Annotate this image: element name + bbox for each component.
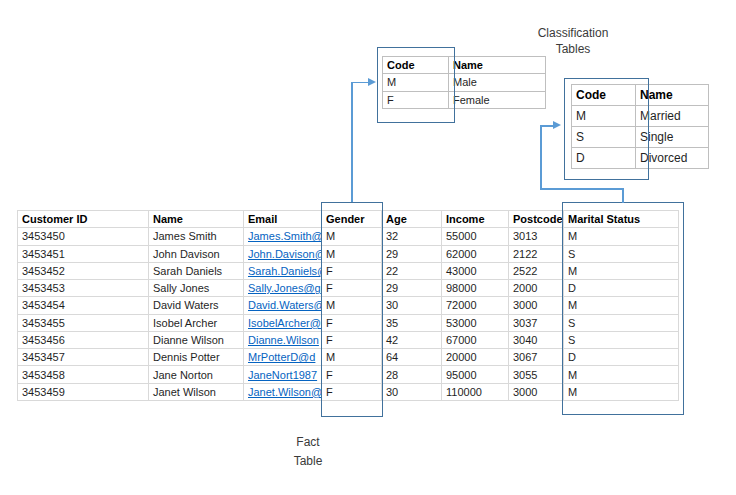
- fact-table-cell: 3055: [509, 366, 564, 383]
- fact-table-column-header: Age: [382, 211, 442, 228]
- fact-table-cell: 29: [382, 280, 442, 297]
- classification-tables-label: Classification Tables: [520, 25, 626, 57]
- gender-connector-vertical-line: [351, 82, 353, 202]
- fact-label-line2: Table: [258, 452, 358, 471]
- fact-table-column-header: Customer ID: [18, 211, 149, 228]
- fact-table-cell: Dianne Wilson: [149, 331, 244, 348]
- fact-table-column-header: Name: [149, 211, 244, 228]
- fact-table-cell: 3453457: [18, 349, 149, 366]
- gender-table-highlight-box: [377, 47, 455, 123]
- classification-label-line2: Tables: [520, 41, 626, 57]
- email-cell: Sarah.Daniels@: [244, 262, 322, 279]
- fact-table-column-header: Income: [442, 211, 509, 228]
- fact-table-cell: 3000: [509, 383, 564, 400]
- fact-table-cell: 43000: [442, 262, 509, 279]
- fact-table-cell: 3453450: [18, 228, 149, 245]
- fact-table-cell: Dennis Potter: [149, 349, 244, 366]
- marital-connector-horizontal-line-bottom: [540, 188, 624, 190]
- fact-table-cell: 30: [382, 297, 442, 314]
- fact-table-cell: Isobel Archer: [149, 314, 244, 331]
- email-link[interactable]: JaneNort1987: [248, 369, 317, 381]
- fact-table-cell: 53000: [442, 314, 509, 331]
- gender-table-cell: Female: [449, 91, 546, 108]
- fact-table-cell: 2122: [509, 245, 564, 262]
- fact-table-cell: 2522: [509, 262, 564, 279]
- fact-table-column-header: Email: [244, 211, 322, 228]
- fact-table-cell: 95000: [442, 366, 509, 383]
- marital-connector-vertical-line-upper: [540, 125, 542, 189]
- gender-column-highlight-box: [321, 202, 383, 417]
- email-cell: MrPotterD@d: [244, 349, 322, 366]
- marital-connector-arrowhead-icon: [553, 121, 561, 129]
- fact-label-line1: Fact: [258, 433, 358, 452]
- fact-table-cell: Sarah Daniels: [149, 262, 244, 279]
- email-link[interactable]: Sarah.Daniels@: [248, 265, 322, 277]
- fact-table-cell: 35: [382, 314, 442, 331]
- gender-connector-horizontal-line: [351, 82, 369, 84]
- fact-table-cell: Jane Norton: [149, 366, 244, 383]
- gender-connector-arrowhead-icon: [368, 78, 376, 86]
- email-cell: Janet.Wilson@: [244, 383, 322, 400]
- marital-connector-vertical-line-lower: [622, 188, 624, 203]
- fact-table-cell: James Smith: [149, 228, 244, 245]
- fact-table-cell: 67000: [442, 331, 509, 348]
- fact-table-cell: 28: [382, 366, 442, 383]
- fact-table-cell: 3013: [509, 228, 564, 245]
- fact-table-cell: 3453451: [18, 245, 149, 262]
- email-link[interactable]: John.Davison@: [248, 248, 322, 260]
- email-link[interactable]: MrPotterD@d: [248, 351, 315, 363]
- email-link[interactable]: Dianne.Wilson: [248, 334, 319, 346]
- fact-table-label: Fact Table: [258, 433, 358, 471]
- fact-table-cell: 3040: [509, 331, 564, 348]
- fact-table-cell: Sally Jones: [149, 280, 244, 297]
- diagram-canvas: Classification Tables CodeNameMMaleFFema…: [0, 0, 736, 495]
- fact-table-cell: 72000: [442, 297, 509, 314]
- email-cell: James.Smith@: [244, 228, 322, 245]
- fact-table-cell: 2000: [509, 280, 564, 297]
- gender-table-column-header: Name: [449, 57, 546, 74]
- fact-table-cell: David Waters: [149, 297, 244, 314]
- fact-table-cell: 32: [382, 228, 442, 245]
- fact-table-cell: 29: [382, 245, 442, 262]
- fact-table-cell: 3000: [509, 297, 564, 314]
- fact-table-cell: 3453452: [18, 262, 149, 279]
- email-link[interactable]: Janet.Wilson@: [248, 386, 322, 398]
- fact-table-cell: 3453453: [18, 280, 149, 297]
- marital-status-column-highlight-box: [562, 202, 684, 415]
- fact-table-cell: 64: [382, 349, 442, 366]
- email-cell: John.Davison@: [244, 245, 322, 262]
- email-cell: Sally.Jones@g: [244, 280, 322, 297]
- gender-table-cell: Male: [449, 74, 546, 91]
- email-link[interactable]: David.Waters@: [248, 299, 322, 311]
- fact-table-cell: 30: [382, 383, 442, 400]
- fact-table-cell: 42: [382, 331, 442, 348]
- fact-table-cell: 3453456: [18, 331, 149, 348]
- fact-table-cell: 98000: [442, 280, 509, 297]
- email-link[interactable]: Sally.Jones@g: [248, 282, 321, 294]
- marital-table-highlight-box: [564, 78, 649, 180]
- email-cell: JaneNort1987: [244, 366, 322, 383]
- fact-table-cell: 22: [382, 262, 442, 279]
- fact-table-cell: John Davison: [149, 245, 244, 262]
- fact-table-cell: 55000: [442, 228, 509, 245]
- fact-table-cell: 110000: [442, 383, 509, 400]
- fact-table-cell: 3453455: [18, 314, 149, 331]
- email-cell: Dianne.Wilson: [244, 331, 322, 348]
- fact-table-cell: 3453454: [18, 297, 149, 314]
- email-link[interactable]: IsobelArcher@: [248, 317, 321, 329]
- fact-table-cell: 3037: [509, 314, 564, 331]
- fact-table-cell: Janet Wilson: [149, 383, 244, 400]
- fact-table-cell: 3453459: [18, 383, 149, 400]
- classification-label-line1: Classification: [520, 25, 626, 41]
- fact-table-column-header: Postcode: [509, 211, 564, 228]
- fact-table-cell: 3067: [509, 349, 564, 366]
- fact-table-cell: 62000: [442, 245, 509, 262]
- email-cell: David.Waters@: [244, 297, 322, 314]
- email-link[interactable]: James.Smith@: [248, 230, 322, 242]
- email-cell: IsobelArcher@: [244, 314, 322, 331]
- fact-table-cell: 3453458: [18, 366, 149, 383]
- fact-table-cell: 20000: [442, 349, 509, 366]
